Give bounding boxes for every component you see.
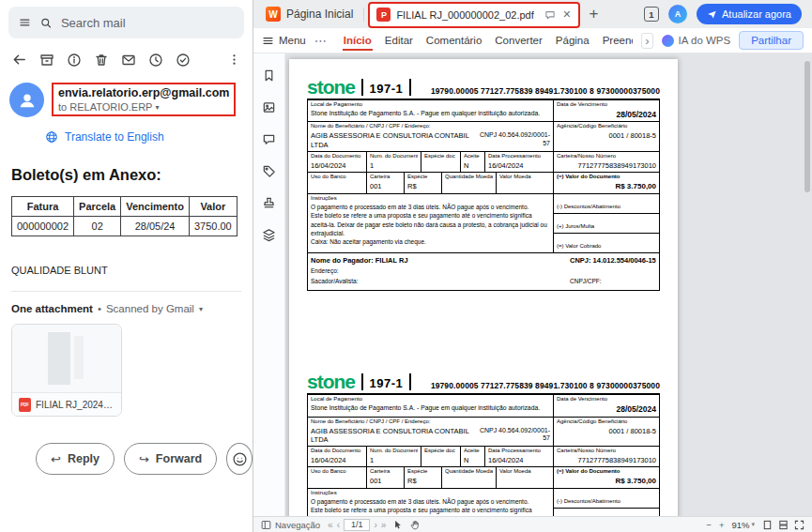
outline-panel-button[interactable] xyxy=(262,68,276,83)
wps-content: stone 197-1 19790.00005 77127.775839 894… xyxy=(253,53,812,516)
next-page-button[interactable]: › xyxy=(374,520,376,530)
field-label: Valor Moeda xyxy=(499,468,550,476)
report-spam-button[interactable] xyxy=(67,53,82,68)
smiley-icon xyxy=(232,451,248,467)
hand-icon xyxy=(410,520,421,530)
zoom-in-button[interactable]: + xyxy=(719,520,725,530)
last-page-button[interactable]: » xyxy=(381,520,387,530)
ribbon-tab-converter[interactable]: Converter xyxy=(488,30,549,51)
juros-cell: (+) Juros/Multa xyxy=(554,509,659,516)
zoom-out-button[interactable]: − xyxy=(706,520,712,530)
boleto-header: stone 197-1 19790.00005 77127.775839 894… xyxy=(307,79,660,99)
comments-panel-button[interactable] xyxy=(262,132,276,146)
field-value: R$ xyxy=(407,477,438,485)
ribbon-tab-comentario[interactable]: Comentário xyxy=(420,30,488,51)
field-label: Instruções xyxy=(311,490,550,497)
menu-icon[interactable] xyxy=(19,15,31,30)
forward-button[interactable]: ↪ Forward xyxy=(124,443,217,475)
mark-unread-button[interactable] xyxy=(121,53,136,68)
boleto-table: Local de Pagamento Stone Instituição de … xyxy=(307,99,660,291)
prev-page-button[interactable]: ‹ xyxy=(337,520,340,530)
document-viewport[interactable]: stone 197-1 19790.00005 77127.775839 894… xyxy=(285,53,812,516)
search-bar[interactable] xyxy=(8,7,244,38)
navigation-toggle[interactable]: Navegação xyxy=(261,520,320,530)
page-navigation: « ‹ 1/1 › » xyxy=(328,519,386,531)
field-value: N xyxy=(464,161,482,170)
stone-logo: stone xyxy=(307,373,355,390)
emoji-reaction-button[interactable] xyxy=(226,443,253,475)
wps-ai-button[interactable]: IA do WPS xyxy=(662,35,731,47)
ribbon-overflow-chevron[interactable]: › xyxy=(641,33,652,49)
tab-close-icon[interactable]: ✕ xyxy=(561,8,572,21)
more-vertical-icon xyxy=(227,53,241,67)
wps-menubar: Menu ⋯ Início Editar Comentário Converte… xyxy=(253,28,812,53)
hamburger-icon xyxy=(262,35,274,47)
add-to-tasks-button[interactable] xyxy=(176,53,191,68)
nosso-numero-cell: Carteira/Nosso Número 771277758389491730… xyxy=(553,447,659,466)
zoom-control[interactable]: 91% ▾ xyxy=(731,520,755,530)
vertical-scrollbar[interactable] xyxy=(804,61,810,192)
hand-tool-button[interactable] xyxy=(410,520,421,530)
ribbon-tab-editar[interactable]: Editar xyxy=(378,30,420,51)
bank-code: 197-1 xyxy=(370,82,404,96)
attachment-card[interactable]: PDF FILIAL RJ_20240... xyxy=(11,324,122,417)
delete-button[interactable] xyxy=(94,53,109,68)
boleto-1: stone 197-1 19790.00005 77127.775839 894… xyxy=(307,79,660,291)
reply-button[interactable]: ↩ Reply xyxy=(36,443,115,475)
account-avatar[interactable]: A xyxy=(668,5,687,23)
ai-label: IA do WPS xyxy=(679,35,731,46)
back-button[interactable] xyxy=(11,52,27,68)
sender-avatar[interactable] xyxy=(9,83,44,117)
main-menu-button[interactable]: Menu xyxy=(262,35,306,47)
zoom-value: 91% xyxy=(731,520,749,530)
instruction-line: Caixa: Não aceitar pagamento via cheque. xyxy=(311,237,550,246)
field-label: (-) Descontos/Abatimento xyxy=(557,498,620,504)
ribbon-tab-inicio[interactable]: Início xyxy=(337,30,378,51)
field-label: (=) Valor do Documento xyxy=(557,174,656,181)
ribbon-tab-pagina[interactable]: Página xyxy=(549,30,596,51)
snooze-button[interactable] xyxy=(148,53,163,68)
rocket-icon xyxy=(707,9,717,20)
nosso-numero-cell: Carteira/Nosso Número 771277758389491730… xyxy=(553,152,659,172)
update-button[interactable]: Atualizar agora xyxy=(697,4,802,24)
thumbnails-panel-button[interactable] xyxy=(262,100,276,114)
page-indicator[interactable]: 1/1 xyxy=(344,519,371,531)
single-page-view-button[interactable] xyxy=(762,520,773,530)
vencimento-cell: Data de Vencimento 28/05/2024 xyxy=(553,100,659,121)
continuous-view-button[interactable] xyxy=(778,520,789,530)
valores-stack: (-) Descontos/Abatimento (+) Juros/Multa… xyxy=(553,194,659,252)
ribbon-tab-preencher[interactable]: Preencher e Assinar xyxy=(596,30,634,51)
tab-home[interactable]: W Página Inicial xyxy=(255,0,363,28)
tab-document annotation-tab-highlight[interactable]: P FILIAL RJ_000000002_02.pdf ✕ xyxy=(368,2,580,28)
share-button[interactable]: Partilhar xyxy=(739,31,804,50)
field-value: R$ 3.750,00 xyxy=(557,477,656,486)
archive-button[interactable] xyxy=(39,53,54,68)
stamp-panel-button[interactable] xyxy=(262,196,276,210)
more-options-button[interactable] xyxy=(227,53,241,67)
recipient-row[interactable]: to RELATORIO.ERP ▾ xyxy=(58,101,229,113)
reply-label: Reply xyxy=(68,452,100,465)
pdf-page: stone 197-1 19790.00005 77127.775839 894… xyxy=(289,59,678,516)
boleto-row: Local de Pagamento Stone Instituição de … xyxy=(308,395,659,417)
caret-down-icon[interactable]: ▾ xyxy=(199,305,203,313)
window-count-badge[interactable]: 1 xyxy=(644,7,659,22)
valor-documento-cell: (=) Valor do Documento R$ 3.750,00 xyxy=(553,173,659,193)
num-documento-cell: Num. do Documento 1 xyxy=(366,447,421,466)
translate-link[interactable]: Translate to English xyxy=(65,130,164,144)
more-commands-icon[interactable]: ⋯ xyxy=(314,34,327,48)
first-page-button[interactable]: « xyxy=(328,520,333,530)
layers-panel-button[interactable] xyxy=(262,228,276,242)
new-tab-button[interactable]: + xyxy=(580,5,606,23)
field-label: Local de Pagamento xyxy=(311,101,550,109)
attachment-header: One attachment • Scanned by Gmail ▾ xyxy=(11,291,241,314)
translate-row[interactable]: Translate to English xyxy=(0,117,253,144)
annotations-panel-button[interactable] xyxy=(262,164,276,178)
divider xyxy=(361,373,363,390)
aceite-cell: Aceite N xyxy=(460,152,484,172)
field-label: Data Processamento xyxy=(488,153,550,160)
search-input[interactable] xyxy=(61,16,234,30)
fullscreen-button[interactable] xyxy=(794,520,804,530)
select-tool-button[interactable] xyxy=(393,520,403,529)
especie-doc-cell: Espécie doc xyxy=(421,152,460,172)
field-label: CNPJ: xyxy=(570,256,591,265)
